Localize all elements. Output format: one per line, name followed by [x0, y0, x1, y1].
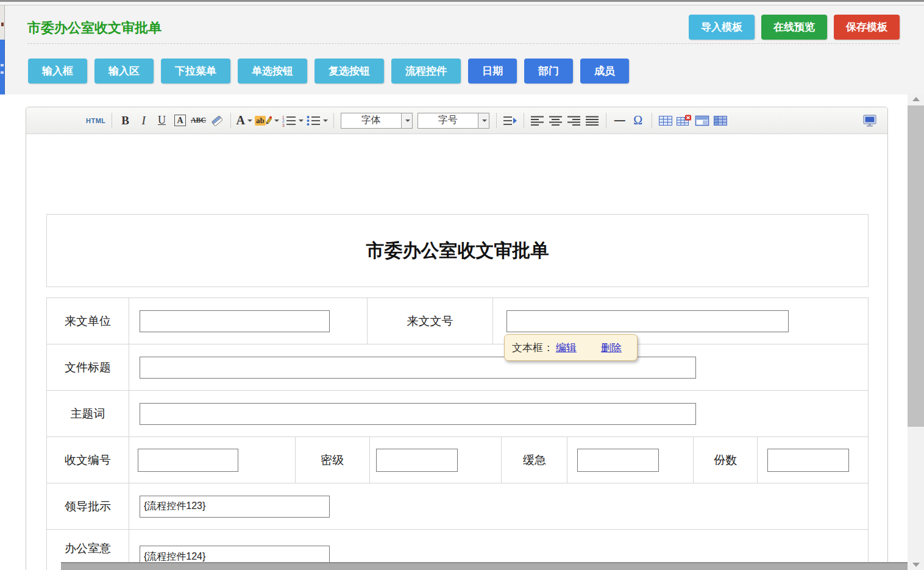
cell-source-unit [129, 298, 368, 344]
online-preview-button[interactable]: 在线预览 [761, 15, 827, 40]
align-right-icon [567, 115, 581, 126]
align-right-button[interactable] [566, 112, 582, 129]
label-security-level: 密级 [296, 437, 370, 483]
font-color-button[interactable]: A [236, 112, 252, 129]
form-title-box: 市委办公室收文审批单 [46, 214, 869, 287]
italic-button[interactable]: I [136, 112, 152, 129]
textarea-button[interactable]: 输入区 [94, 59, 154, 84]
chevron-down-icon [482, 119, 487, 122]
table-row: 收文编号 密级 缓急 份数 [47, 437, 869, 483]
left-panel-mark [1, 64, 4, 66]
unordered-list-button[interactable] [306, 112, 328, 129]
subject-words-input[interactable] [140, 403, 696, 425]
table-row: 来文单位 来文文号 [47, 298, 869, 344]
toolbar-separator [230, 113, 231, 128]
bottom-edge-strip [61, 562, 908, 570]
fullscreen-button[interactable] [862, 112, 878, 129]
editor-content: 市委办公室收文审批单 来文单位 来文文号 文件标题 [26, 134, 887, 570]
insert-table-button[interactable] [658, 112, 673, 129]
cell-properties-button[interactable] [713, 112, 728, 129]
monitor-icon [862, 114, 878, 127]
table-properties-button[interactable] [694, 112, 710, 129]
label-copies: 份数 [694, 437, 758, 483]
toolbar-separator [652, 113, 652, 128]
ordered-list-button[interactable]: 1 2 3 [282, 112, 304, 129]
member-button[interactable]: 成员 [580, 59, 629, 84]
table-row: 主题词 [47, 391, 869, 437]
horizontal-rule-button[interactable]: — [612, 112, 628, 129]
delete-table-button[interactable] [676, 112, 692, 129]
cell-leader-instructions [129, 483, 869, 530]
tooltip-label: 文本框： [512, 341, 553, 355]
receipt-number-input[interactable] [138, 449, 238, 472]
window-left-edge [0, 5, 5, 40]
cell-subject-words [129, 391, 869, 437]
indent-button[interactable] [502, 112, 518, 129]
input-box-button[interactable]: 输入框 [28, 59, 87, 84]
source-unit-input[interactable] [140, 310, 330, 332]
font-size-value: 字号 [418, 113, 478, 128]
table-row: 文件标题 [47, 344, 869, 391]
label-leader-instructions: 领导批示 [47, 483, 129, 530]
font-size-select[interactable]: 字号 [418, 113, 489, 129]
html-source-button[interactable]: HTML [86, 112, 106, 129]
ordered-list-icon: 1 2 3 [282, 115, 296, 127]
special-char-button[interactable]: Ω [630, 112, 646, 129]
align-justify-button[interactable] [585, 112, 600, 129]
align-center-icon [549, 115, 563, 126]
remove-format-button[interactable] [209, 112, 225, 129]
toolbar-separator [606, 113, 606, 128]
process-control-button[interactable]: 流程控件 [391, 59, 461, 84]
label-source-unit: 来文单位 [47, 298, 129, 344]
arrow-up-icon [912, 97, 920, 101]
security-level-input[interactable] [376, 449, 458, 472]
strikethrough-button[interactable]: ABC [191, 112, 207, 129]
form-title: 市委办公室收文审批单 [366, 238, 549, 263]
highlight-icon: ab [255, 116, 266, 126]
chevron-down-icon [405, 119, 410, 122]
highlight-color-button[interactable]: ab [255, 112, 279, 129]
underline-button[interactable]: U [154, 112, 170, 129]
align-left-button[interactable] [530, 112, 546, 129]
chevron-down-icon [247, 119, 252, 122]
document-number-input[interactable] [506, 310, 789, 332]
save-template-button[interactable]: 保存模板 [834, 15, 900, 40]
scroll-up-button[interactable] [908, 93, 924, 104]
align-center-button[interactable] [548, 112, 564, 129]
scroll-down-button[interactable] [908, 559, 924, 570]
checkbox-button[interactable]: 复选按钮 [315, 59, 384, 84]
vertical-scrollbar[interactable] [908, 93, 924, 570]
cell-security-level [370, 437, 502, 483]
control-tooltip: 文本框： 编辑 删除 [504, 334, 638, 361]
cell-document-title [129, 344, 869, 391]
font-family-select[interactable]: 字体 [341, 113, 413, 129]
control-button-row: 输入框 输入区 下拉菜单 单选按钮 复选按钮 流程控件 日期 部门 成员 [28, 59, 629, 84]
align-justify-icon [585, 115, 600, 126]
pencil-icon [266, 116, 272, 126]
dropdown-menu-button[interactable]: 下拉菜单 [161, 59, 230, 84]
bold-button[interactable]: B [118, 112, 133, 129]
form-table: 来文单位 来文文号 文件标题 主题词 [46, 297, 869, 570]
radio-button-button[interactable]: 单选按钮 [238, 59, 307, 84]
date-button[interactable]: 日期 [468, 59, 517, 84]
cell-properties-icon [713, 115, 728, 127]
window-top-edge [0, 0, 924, 5]
delete-link[interactable]: 删除 [601, 341, 622, 355]
table-row: 领导批示 [47, 483, 869, 530]
copies-input[interactable] [767, 449, 849, 472]
toolbar-separator [112, 113, 112, 128]
toolbar-separator [496, 113, 497, 128]
header-actions: 导入模板 在线预览 保存模板 [689, 15, 900, 40]
department-button[interactable]: 部门 [524, 59, 573, 84]
scrollbar-thumb[interactable] [908, 105, 924, 427]
table-properties-icon [695, 115, 709, 127]
font-size-dropdown[interactable] [478, 113, 489, 128]
font-family-dropdown[interactable] [401, 113, 412, 128]
edit-link[interactable]: 编辑 [556, 341, 577, 355]
char-border-button[interactable]: A [172, 112, 188, 129]
urgency-input[interactable] [577, 449, 659, 472]
chevron-down-icon [323, 119, 328, 122]
table-delete-icon [676, 115, 692, 127]
import-template-button[interactable]: 导入模板 [689, 15, 755, 40]
leader-instructions-input[interactable] [140, 496, 330, 518]
